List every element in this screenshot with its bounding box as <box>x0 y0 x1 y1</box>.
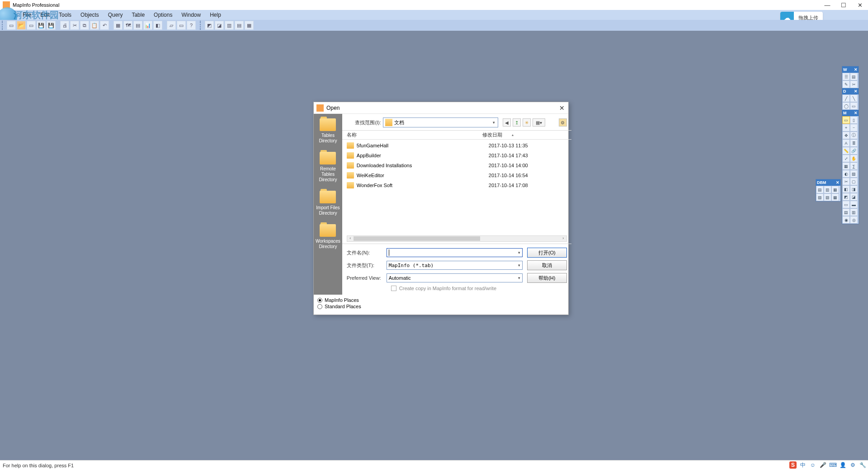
pal-drag[interactable]: ⤢ <box>842 155 850 162</box>
palette-close-icon[interactable]: ✕ <box>836 180 840 185</box>
tool-extra-3[interactable]: ▥ <box>225 21 234 30</box>
tool-cascade[interactable]: ▭ <box>177 21 186 30</box>
pal-i[interactable]: ◉ <box>842 216 850 224</box>
pal-a[interactable]: ◧ <box>842 185 850 193</box>
file-row[interactable]: AppBuilder2017-10-14 17:43 <box>347 150 567 160</box>
file-row[interactable]: 5funGameHall2017-10-13 11:35 <box>347 141 567 150</box>
pal-d-2[interactable]: ╲ <box>850 94 858 102</box>
minimize-button[interactable]: — <box>819 0 835 10</box>
pal-w-2[interactable]: ▤ <box>850 73 858 80</box>
tray-icon[interactable]: ☺ <box>809 461 816 469</box>
cancel-button[interactable]: 取消 <box>527 260 567 270</box>
tool-new-graph[interactable]: 📊 <box>143 21 152 30</box>
pal-f[interactable]: ▬ <box>850 201 858 208</box>
pal-ruler[interactable]: 📏 <box>842 147 850 155</box>
pal-j[interactable]: ◎ <box>850 216 858 224</box>
toolbar-handle[interactable] <box>2 21 5 30</box>
pal-d[interactable]: ◪ <box>850 193 858 201</box>
file-row[interactable]: WonderFox Soft2017-10-14 17:08 <box>347 180 567 190</box>
filetype-select[interactable]: MapInfo (*.tab)▾ <box>387 261 523 270</box>
lookin-combo[interactable]: 文档 ▾ <box>383 118 498 127</box>
place-workspaces-directory[interactable]: Workspaces Directory <box>314 221 342 255</box>
pal-legend[interactable]: ▦ <box>842 162 850 170</box>
tray-icon[interactable]: ⚙ <box>849 461 856 469</box>
menu-window[interactable]: Window <box>177 12 205 18</box>
pal-grab[interactable]: ✋ <box>850 155 858 162</box>
pal-district[interactable]: ▧ <box>850 170 858 178</box>
file-row[interactable]: Downloaded Installations2017-10-14 14:00 <box>347 160 567 170</box>
pal-sel2[interactable]: ▢ <box>850 178 858 185</box>
place-remote-tables-directory[interactable]: Remote Tables Directory <box>314 149 342 188</box>
tool-new[interactable]: ▭ <box>7 21 16 30</box>
tray-icon[interactable]: ⌨ <box>829 461 836 469</box>
tool-save[interactable]: 💾 <box>37 21 46 30</box>
pal-e[interactable]: ▭ <box>842 201 850 208</box>
prefview-select[interactable]: Automatic▾ <box>387 273 523 282</box>
tray-icon[interactable]: 👤 <box>839 461 846 469</box>
palette-close-icon[interactable]: ✕ <box>854 89 858 94</box>
tool-cut[interactable]: ✂ <box>70 21 79 30</box>
menu-query[interactable]: Query <box>104 12 127 18</box>
menu-help[interactable]: Help <box>205 12 226 18</box>
nav-viewmenu-icon[interactable]: ▦▾ <box>533 118 545 127</box>
pal-c[interactable]: ◩ <box>842 193 850 201</box>
dbm-3[interactable]: ▦ <box>831 186 839 193</box>
menu-table[interactable]: Table <box>127 12 149 18</box>
close-button[interactable]: ✕ <box>852 0 868 10</box>
tool-palette-main[interactable]: W✕ ☰▤ ✎✂ D✕ ╱╲ ◯▭ M✕ ▭▯ ＋－ ✥ⓘ A≣ 📏🔗 ⤢✋ ▦… <box>842 66 859 224</box>
tool-extra-1[interactable]: ◩ <box>205 21 214 30</box>
pal-layer[interactable]: ≣ <box>850 139 858 147</box>
col-name[interactable]: 名称 <box>347 132 482 138</box>
tool-extra-4[interactable]: ▤ <box>235 21 244 30</box>
dbm-2[interactable]: ▥ <box>824 186 831 193</box>
toolbar-handle-2[interactable] <box>200 21 203 30</box>
pal-g[interactable]: ▤ <box>842 208 850 216</box>
pal-hotlink[interactable]: 🔗 <box>850 147 858 155</box>
palette-close-icon[interactable]: ✕ <box>854 111 858 115</box>
pal-zoom-in[interactable]: ＋ <box>842 124 850 132</box>
pal-clip[interactable]: ✂ <box>842 178 850 185</box>
tool-paste[interactable]: 📋 <box>90 21 99 30</box>
pal-b[interactable]: ◨ <box>850 185 858 193</box>
dialog-close-button[interactable]: ✕ <box>559 104 565 112</box>
filename-input[interactable]: ▾ <box>387 248 523 257</box>
nav-newfolder-icon[interactable]: ✳ <box>523 118 531 127</box>
help-button[interactable]: 帮助(H) <box>527 273 567 283</box>
menu-options[interactable]: Options <box>149 12 177 18</box>
place-tables-directory[interactable]: Tables Directory <box>314 116 342 149</box>
tool-open[interactable]: 📂 <box>17 21 26 30</box>
menu-edit[interactable]: Edit <box>36 12 54 18</box>
maximize-button[interactable]: ☐ <box>835 0 852 10</box>
tool-new-browser[interactable]: ▦ <box>113 21 123 30</box>
tool-save-workspace[interactable]: 💾 <box>47 21 56 30</box>
tool-print[interactable]: 🖨 <box>60 21 69 30</box>
tray-icon[interactable]: 🔧 <box>859 461 866 469</box>
nav-up-icon[interactable]: ↥ <box>513 118 521 127</box>
pal-marquee[interactable]: ▯ <box>850 116 858 124</box>
tray-icon[interactable]: 🎤 <box>819 461 826 469</box>
ime-lang-icon[interactable]: 中 <box>799 461 807 469</box>
scroll-right-icon[interactable]: › <box>560 236 566 241</box>
scroll-left-icon[interactable]: ‹ <box>347 236 354 241</box>
tool-tile[interactable]: ▱ <box>167 21 176 30</box>
dialog-titlebar[interactable]: Open ✕ <box>314 102 568 114</box>
palette-close-icon[interactable]: ✕ <box>854 67 858 72</box>
pal-select[interactable]: ▭ <box>842 116 850 124</box>
pal-info[interactable]: ⓘ <box>850 132 858 139</box>
chevron-down-icon[interactable]: ▾ <box>518 250 520 255</box>
pal-pan[interactable]: ✥ <box>842 132 850 139</box>
pal-label[interactable]: A <box>842 139 850 147</box>
tool-new-mapper[interactable]: 🗺 <box>123 21 132 30</box>
nav-connect-icon[interactable]: ⚙ <box>559 118 567 127</box>
dbm-5[interactable]: ▨ <box>824 193 831 201</box>
tool-copy[interactable]: ⧉ <box>80 21 89 30</box>
tool-new-redistricter[interactable]: ◧ <box>153 21 162 30</box>
scroll-thumb[interactable] <box>354 236 480 241</box>
pal-stat[interactable]: ∑ <box>850 162 858 170</box>
radio-mapinfo-places[interactable]: MapInfo Places <box>317 297 565 303</box>
menu-objects[interactable]: Objects <box>76 12 104 18</box>
pal-d-1[interactable]: ╱ <box>842 94 850 102</box>
tool-undo[interactable]: ↶ <box>100 21 109 30</box>
tool-help[interactable]: ? <box>187 21 196 30</box>
open-button[interactable]: 打开(O) <box>527 248 567 258</box>
